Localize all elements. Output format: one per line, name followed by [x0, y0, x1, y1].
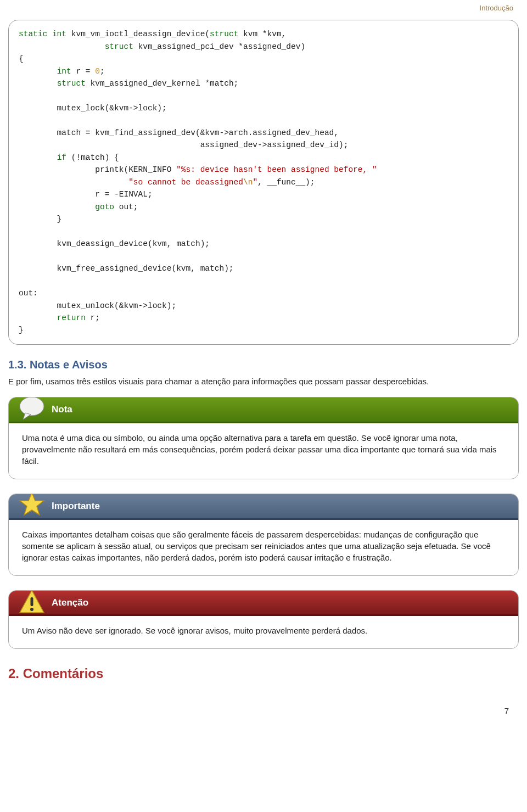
- code-text: [19, 153, 57, 162]
- chapter-heading: 2. Comentários: [8, 664, 519, 683]
- code-text: , __func__);: [257, 178, 315, 187]
- code-text: printk(KERN_INFO: [19, 165, 176, 174]
- code-text: ;: [100, 67, 105, 76]
- code-text: r;: [86, 313, 100, 322]
- important-title: Importante: [52, 501, 100, 511]
- breadcrumb: Introdução: [8, 0, 519, 20]
- code-text: [19, 79, 57, 88]
- code-text: kvm_vm_ioctl_deassign_device(: [66, 30, 210, 38]
- section-heading: 1.3. Notas e Avisos: [8, 357, 519, 372]
- code-text: [19, 203, 95, 211]
- code-keyword: goto: [95, 203, 114, 211]
- code-text: [19, 67, 57, 76]
- speech-bubble-icon: [18, 397, 46, 423]
- code-type: int: [47, 30, 66, 38]
- note-title: Nota: [52, 404, 72, 415]
- code-keyword: return: [57, 313, 86, 322]
- code-text: r =: [71, 67, 96, 76]
- code-number: 0: [95, 67, 100, 76]
- code-text: kvm_assigned_pci_dev *assigned_dev): [133, 42, 305, 51]
- warning-title: Atenção: [52, 597, 88, 608]
- code-text: kvm_free_assigned_device(kvm, match);: [19, 264, 234, 273]
- code-text: assigned_dev->assigned_dev_id);: [19, 141, 348, 149]
- code-text: mutex_lock(&kvm->lock);: [19, 104, 167, 113]
- code-type: int: [57, 67, 71, 76]
- note-body: Uma nota é uma dica ou símbolo, ou ainda…: [9, 423, 518, 470]
- code-escape: \n: [243, 178, 253, 187]
- note-admonition: Nota Uma nota é uma dica ou símbolo, ou …: [8, 397, 519, 479]
- warning-body: Um Aviso não deve ser ignorado. Se você …: [9, 616, 518, 640]
- code-text: kvm *kvm,: [238, 30, 286, 38]
- svg-rect-1: [31, 597, 33, 606]
- section-intro: E por fim, usamos três estilos visuais p…: [8, 376, 519, 387]
- code-text: [19, 42, 105, 51]
- code-text: kvm_assigned_dev_kernel *match;: [86, 79, 238, 88]
- code-text: mutex_unlock(&kvm->lock);: [19, 301, 176, 310]
- code-text: {: [19, 54, 24, 63]
- note-header: Nota: [9, 397, 518, 423]
- code-text: [19, 178, 128, 187]
- code-text: match = kvm_find_assigned_dev(&kvm->arch…: [19, 128, 339, 137]
- code-text: (!match) {: [66, 153, 119, 162]
- important-admonition: Importante Caixas importantes detalham c…: [8, 494, 519, 576]
- code-keyword: struct: [105, 42, 133, 51]
- code-string: "%s: device hasn't been assigned before,…: [176, 165, 377, 174]
- code-string: "so cannot be deassigned: [128, 178, 243, 187]
- code-text: r = -EINVAL;: [19, 190, 153, 199]
- code-string: ": [253, 178, 257, 187]
- code-keyword: if: [57, 153, 66, 162]
- code-keyword: struct: [57, 79, 86, 88]
- svg-point-2: [30, 608, 33, 611]
- code-text: }: [19, 215, 61, 223]
- code-text: }: [19, 326, 24, 334]
- code-listing: static int kvm_vm_ioctl_deassign_device(…: [8, 20, 519, 345]
- svg-point-0: [20, 397, 44, 416]
- warning-triangle-icon: [18, 590, 46, 616]
- code-text: out:: [19, 289, 38, 298]
- important-body: Caixas importantes detalham coisas que s…: [9, 520, 518, 567]
- star-icon: [18, 494, 46, 519]
- code-keyword: struct: [210, 30, 238, 38]
- code-text: out;: [114, 203, 138, 211]
- code-keyword: static: [19, 30, 47, 38]
- warning-header: Atenção: [9, 591, 518, 617]
- page-number: 7: [8, 688, 519, 716]
- warning-admonition: Atenção Um Aviso não deve ser ignorado. …: [8, 590, 519, 649]
- code-text: kvm_deassign_device(kvm, match);: [19, 239, 210, 248]
- code-text: [19, 313, 57, 322]
- important-header: Importante: [9, 494, 518, 520]
